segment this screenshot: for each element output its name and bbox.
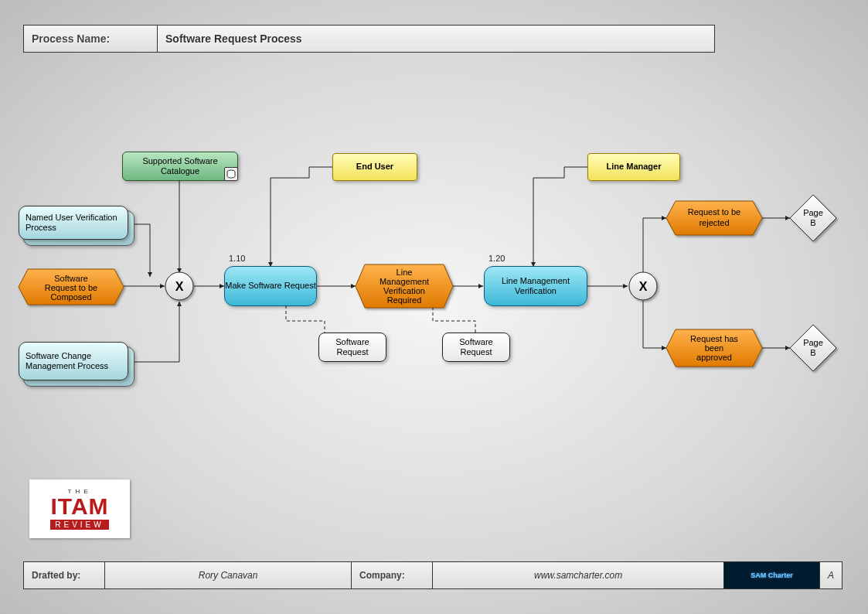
activity-make-request: Make Software Request [224,266,317,306]
itam-big: ITAM [50,495,108,518]
page-b-top: PageB [790,195,836,241]
db-icon [224,167,238,181]
header-bar: Process Name: Software Request Process [23,25,715,53]
hex-verif-required: LineManagementVerificationRequired [356,264,453,308]
svg-text:Verification: Verification [383,286,425,295]
footer-label-drafted: Drafted by: [24,562,105,588]
role-line-manager: Line Manager [587,153,680,181]
hex-approve: Request hasbeenapproved [666,329,762,367]
svg-text:X: X [175,280,184,293]
header-label: Process Name: [24,26,158,52]
activity-verification: Line Management Verification [484,266,587,306]
svg-text:approved: approved [696,353,732,362]
role-end-user: End User [332,153,417,181]
footer-logo: SAM Charter [724,562,820,588]
svg-text:Composed: Composed [50,292,91,302]
footer-label-company: Company: [352,562,433,588]
step-id-1: 1.10 [229,254,245,263]
svg-text:rejected: rejected [699,218,729,227]
footer-page: A [820,562,842,588]
header-value: Software Request Process [158,26,714,52]
data-sr2: Software Request [442,333,510,362]
footer-value-company: www.samcharter.com [433,562,724,588]
page-b-bottom: PageB [790,325,836,371]
gateway-1: X [164,271,195,302]
svg-text:Line: Line [397,268,413,277]
itam-logo: THE ITAM REVIEW [29,479,130,538]
change-mgmt-proc: Software Change Management Process [19,342,128,380]
named-user-proc: Named User Verification Process [19,206,128,240]
hex-compose: SoftwareRequest to beComposed [19,269,124,305]
data-sr1: Software Request [318,333,386,362]
svg-text:Request to be: Request to be [688,207,741,217]
svg-text:Page: Page [803,208,823,217]
svg-text:Management: Management [380,277,429,286]
svg-text:Software: Software [54,274,87,283]
hex-reject: Request to berejected [666,201,762,235]
svg-text:X: X [639,280,648,293]
catalogue-box: Supported Software Catalogue [122,152,238,181]
step-id-2: 1.20 [488,254,505,263]
svg-text:Page: Page [803,338,823,347]
svg-text:been: been [705,343,723,353]
svg-text:B: B [810,218,815,227]
gateway-2: X [628,271,659,302]
footer-value-drafted: Rory Canavan [105,562,352,588]
svg-text:Request to be: Request to be [45,283,98,292]
itam-line3: REVIEW [50,520,108,530]
footer-bar: Drafted by: Rory Canavan Company: www.sa… [23,561,842,589]
svg-text:B: B [810,348,815,357]
svg-text:Request has: Request has [690,334,738,343]
svg-text:Required: Required [387,295,422,305]
